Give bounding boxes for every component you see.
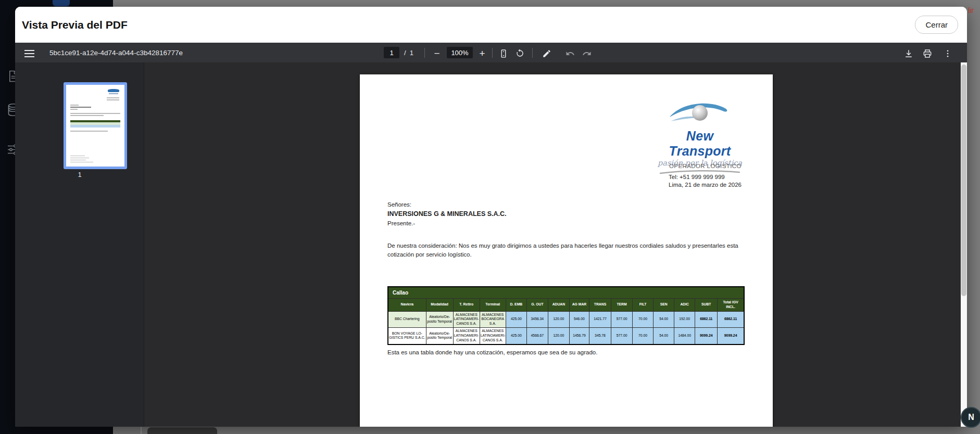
brand-name: New Transport <box>655 129 745 159</box>
zoom-in-icon[interactable]: + <box>475 45 489 62</box>
table-cell: 9099.24 <box>695 328 718 344</box>
table-column-header: D. EMB <box>506 299 526 312</box>
table-cell: 4566.67 <box>526 328 548 344</box>
table-column-header: Terminal <box>480 299 506 312</box>
table-cell: Aleatorio/De- posito Temporal <box>426 311 453 327</box>
table-cell: 6862.11 <box>695 311 718 327</box>
intro-paragraph: De nuestra consideración: Nos es muy gra… <box>387 241 749 259</box>
table-cell: 577.00 <box>611 311 633 327</box>
table-cell: 546.00 <box>569 311 589 327</box>
download-icon[interactable] <box>902 45 915 62</box>
pdf-preview-modal: Vista Previa del PDF Cerrar 5bc1ce91-a12… <box>15 7 967 427</box>
table-cell: ALMACENES LATINOAMERI- CANOS S.A. <box>453 328 480 344</box>
table-cell: 6862.11 <box>718 311 744 327</box>
pdf-page: New Transport pasión por la logística OP… <box>360 74 773 427</box>
zoom-level[interactable]: 100% <box>447 47 473 58</box>
operator-label: OPERADOR LOGISTICO <box>669 163 742 169</box>
date-line: Lima, 21 de marzo de 2026 <box>669 182 742 188</box>
table-cell: 54.00 <box>654 328 674 344</box>
table-cell: 425.00 <box>506 328 526 344</box>
print-icon[interactable] <box>921 45 934 62</box>
table-cell: ALMACENES BOCANEGRA S.A. <box>480 311 506 327</box>
toolbar-divider <box>492 48 493 58</box>
table-cell: BBC Chartering <box>388 311 426 327</box>
table-column-header: SUBT <box>695 299 718 312</box>
table-column-header: ADIC <box>674 299 695 312</box>
table-cell: 1421.77 <box>589 311 611 327</box>
phone-line: Tel: +51 999 999 999 <box>669 174 725 180</box>
document-filename: 5bc1ce91-a12e-4d74-a044-c3b42816777e <box>49 43 183 62</box>
fit-to-page-icon[interactable] <box>497 45 510 62</box>
page-number-input[interactable] <box>384 47 399 58</box>
more-options-icon[interactable] <box>941 45 954 62</box>
background-bottom-toolbar-edge <box>147 427 217 434</box>
salutation: Señores: <box>387 201 411 208</box>
annotate-icon[interactable] <box>540 45 554 62</box>
table-cell: 54.00 <box>654 311 674 327</box>
table-cell: 3456.34 <box>526 311 548 327</box>
floating-n-badge[interactable]: N <box>961 407 980 428</box>
table-column-header: G. OUT <box>526 299 548 312</box>
table-column-header: TRANS <box>589 299 611 312</box>
thumbnail-panel: 1 <box>15 62 144 427</box>
quote-table: CallaoNavieraModalidadT. RetiroTerminalD… <box>387 286 745 345</box>
table-cell: 70.00 <box>633 328 654 344</box>
viewer-scrollbar[interactable] <box>961 62 967 427</box>
table-cell: 120.00 <box>548 311 569 327</box>
logo-eye-icon <box>665 98 734 129</box>
redo-icon[interactable] <box>580 45 594 62</box>
table-cell: 1484.00 <box>674 328 695 344</box>
closing-line: Esta es una tabla donde hay una cotizaci… <box>387 349 597 355</box>
table-cell: 577.00 <box>611 328 633 344</box>
table-column-header: Naviera <box>388 299 426 312</box>
viewer-scrollbar-thumb[interactable] <box>961 65 966 296</box>
table-cell: 120.00 <box>548 328 569 344</box>
table-column-header: FILT <box>633 299 654 312</box>
pdf-toolbar: 5bc1ce91-a12e-4d74-a044-c3b42816777e / 1… <box>15 43 967 62</box>
table-column-header: Modalidad <box>426 299 453 312</box>
table-cell: BON VOYAGE LO- GISTICS PERU S.A.C. <box>388 328 426 344</box>
background-divider <box>141 427 142 434</box>
table-cell: 345.78 <box>589 328 611 344</box>
background-exit-link-clipped[interactable]: lir <box>968 6 974 15</box>
table-region-header: Callao <box>388 287 744 299</box>
zoom-out-icon[interactable]: − <box>430 45 444 62</box>
table-cell: 70.00 <box>633 311 654 327</box>
table-column-header: T. Retiro <box>453 299 480 312</box>
toolbar-divider <box>424 48 425 58</box>
table-row: BON VOYAGE LO- GISTICS PERU S.A.C.Aleato… <box>388 328 744 344</box>
presente-line: Presente.- <box>387 220 415 226</box>
table-cell: ALMACENES LATINOAMERI- CANOS S.A. <box>453 311 480 327</box>
background-app-logo <box>53 0 70 6</box>
page-total: 1 <box>410 49 413 57</box>
table-column-header: SEN <box>654 299 674 312</box>
table-cell: 9099.24 <box>718 328 744 344</box>
table-column-header: ADUAN <box>548 299 569 312</box>
table-cell: 425.00 <box>506 311 526 327</box>
modal-title: Vista Previa del PDF <box>22 19 128 31</box>
table-cell: Aleatorio/De- posito Temporal <box>426 328 453 344</box>
table-column-header: TERM <box>611 299 633 312</box>
rotate-icon[interactable] <box>513 45 526 62</box>
close-button[interactable]: Cerrar <box>915 16 958 34</box>
table-cell: 192.00 <box>674 311 695 327</box>
page-separator: / <box>404 49 406 57</box>
table-cell: 1456.79 <box>569 328 589 344</box>
thumbnail-page-preview <box>66 85 124 167</box>
table-column-header: Total IGV INCL. <box>718 299 744 312</box>
thumbnail-page-number: 1 <box>15 171 144 178</box>
modal-header: Vista Previa del PDF Cerrar <box>15 7 967 43</box>
recipient-name: INVERSIONES G & MINERALES S.A.C. <box>387 210 507 218</box>
table-row: BBC CharteringAleatorio/De- posito Tempo… <box>388 311 744 327</box>
pdf-viewer-body: 1 New Transport pasión por la logística <box>15 62 967 427</box>
toolbar-divider <box>532 48 533 58</box>
undo-icon[interactable] <box>563 45 577 62</box>
table-column-header: AG MAR <box>569 299 589 312</box>
menu-icon[interactable] <box>22 45 36 62</box>
table-cell: ALMACENES LATINOAMERI- CANOS S.A. <box>480 328 506 344</box>
thumbnail-page[interactable] <box>64 82 127 169</box>
